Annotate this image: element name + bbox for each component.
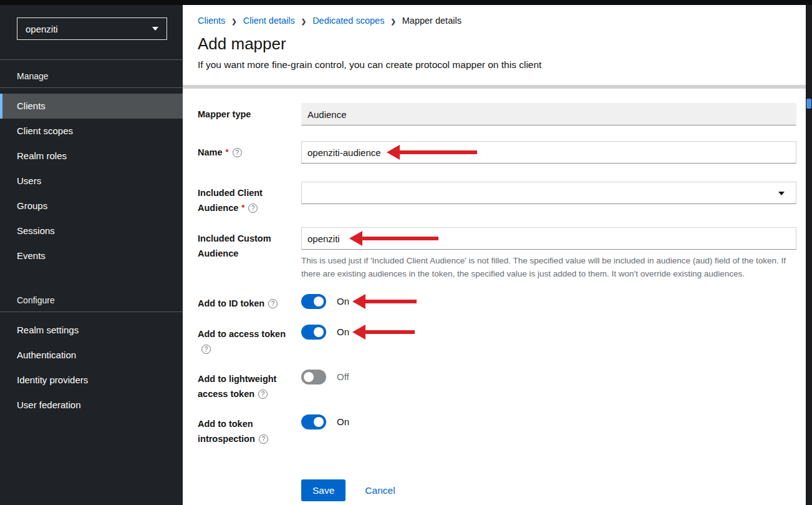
name-row: Name*? [198,141,796,164]
add-to-access-token-label: Add to access token [198,329,286,339]
annotation-arrow [352,325,415,340]
sidebar-section-manage: Manage [0,60,183,87]
breadcrumb-link-clients[interactable]: Clients [198,16,225,26]
add-to-token-introspection-row: Add to token introspection? On [198,414,796,446]
sidebar-section-configure: Configure [0,268,183,311]
add-to-token-introspection-label: Add to token introspection [198,419,255,444]
chevron-right-icon: ❯ [390,17,395,25]
manage-nav-list: Clients Client scopes Realm roles Users … [0,88,183,268]
included-custom-audience-label: Included Custom Audience [198,233,271,258]
arrow-head-icon [352,325,365,340]
sidebar-item-user-federation[interactable]: User federation [0,393,183,418]
name-label: Name [198,147,223,157]
included-custom-audience-row: Included Custom Audience This is used ju… [198,227,796,280]
add-to-id-token-toggle[interactable] [301,294,326,309]
form-actions: Save Cancel [301,479,796,501]
mapper-type-input [301,103,796,125]
scrollbar-track[interactable] [806,5,812,505]
included-custom-audience-input[interactable] [301,227,796,250]
help-icon[interactable]: ? [248,203,258,213]
add-to-lightweight-access-token-state: Off [337,370,349,385]
chevron-right-icon: ❯ [301,17,306,25]
included-client-audience-row: Included Client Audience*? [198,182,796,215]
required-asterisk: * [241,203,244,212]
realm-selector-value: openziti [26,24,58,34]
help-icon[interactable]: ? [259,434,268,444]
add-to-id-token-row: Add to ID token? On [198,294,796,311]
save-button[interactable]: Save [301,479,346,501]
sidebar-item-sessions[interactable]: Sessions [0,218,183,243]
configure-nav-list: Realm settings Authentication Identity p… [0,312,183,418]
add-to-lightweight-access-token-row: Add to lightweight access token? Off [198,370,796,401]
arrow-head-icon [352,294,365,309]
included-client-audience-select[interactable] [301,182,796,204]
sidebar-item-identity-providers[interactable]: Identity providers [0,368,183,393]
page-subtitle: If you want more fine-grain control, you… [198,59,796,71]
add-mapper-form: Mapper type Name*? [183,89,812,501]
sidebar-item-client-scopes[interactable]: Client scopes [0,119,183,144]
sidebar-item-clients[interactable]: Clients [0,94,183,119]
help-icon[interactable]: ? [258,390,268,399]
help-icon[interactable]: ? [268,299,278,308]
main-content: Clients ❯ Client details ❯ Dedicated sco… [183,5,812,505]
add-to-id-token-label: Add to ID token [198,298,264,308]
chevron-right-icon: ❯ [231,17,236,25]
help-icon[interactable]: ? [201,345,211,354]
add-to-access-token-row: Add to access token? On [198,325,796,356]
add-to-token-introspection-toggle[interactable] [301,414,326,429]
breadcrumb: Clients ❯ Client details ❯ Dedicated sco… [198,16,796,26]
help-icon[interactable]: ? [233,148,242,157]
name-input[interactable] [301,141,796,164]
add-to-token-introspection-state: On [337,414,349,429]
mapper-type-label: Mapper type [198,103,301,125]
breadcrumb-link-client-details[interactable]: Client details [243,16,295,26]
page-title: Add mapper [198,34,796,54]
sidebar-item-users[interactable]: Users [0,169,183,194]
sidebar: openziti Manage Clients Client scopes Re… [0,5,183,505]
add-to-lightweight-access-token-toggle[interactable] [301,370,326,385]
required-asterisk: * [226,147,229,157]
realm-selector[interactable]: openziti [17,17,167,40]
chevron-down-icon [778,192,785,195]
breadcrumb-link-dedicated-scopes[interactable]: Dedicated scopes [312,16,384,26]
cancel-button[interactable]: Cancel [365,485,395,496]
add-to-access-token-toggle[interactable] [301,325,326,340]
included-custom-audience-helper: This is used just if 'Included Client Au… [301,254,796,280]
sidebar-item-realm-roles[interactable]: Realm roles [0,144,183,169]
breadcrumb-current-mapper-details: Mapper details [402,16,462,26]
sidebar-item-realm-settings[interactable]: Realm settings [0,318,183,343]
page-header: Clients ❯ Client details ❯ Dedicated sco… [183,5,812,71]
sidebar-item-groups[interactable]: Groups [0,194,183,218]
sidebar-item-authentication[interactable]: Authentication [0,343,183,368]
window-top-bar [0,0,812,5]
chevron-down-icon [152,27,158,31]
mapper-type-row: Mapper type [198,103,796,125]
annotation-arrow [352,294,417,309]
scrollbar-thumb[interactable] [806,99,811,109]
sidebar-item-events[interactable]: Events [0,243,183,268]
add-to-access-token-state: On [337,325,349,340]
add-to-id-token-state: On [337,294,349,309]
